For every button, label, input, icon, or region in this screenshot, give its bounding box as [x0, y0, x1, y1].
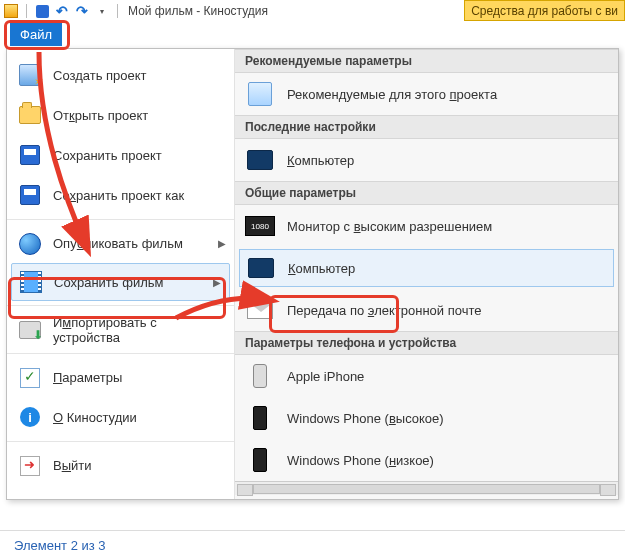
submenu-arrow-icon: ▶: [213, 277, 221, 288]
opt-label: Windows Phone (низкое): [287, 453, 434, 468]
windows-phone-icon: [245, 447, 275, 473]
divider: [26, 4, 27, 18]
menu-label: Сохранить проект как: [53, 188, 184, 203]
opt-hires-monitor[interactable]: 1080 Монитор с высоким разрешением: [235, 205, 618, 247]
opt-label: Рекомендуемые для этого проекта: [287, 87, 497, 102]
file-menu-panel: Создать проект Открыть проект Сохранить …: [6, 48, 619, 500]
menu-save-movie[interactable]: Сохранить фильм ▶: [11, 263, 230, 301]
file-menu-right: Рекомендуемые параметры Рекомендуемые дл…: [235, 49, 618, 499]
menu-save-project[interactable]: Сохранить проект: [7, 135, 234, 175]
info-icon: i: [17, 404, 43, 430]
title-bar: ↶ ↷ ▾ Мой фильм - Киностудия Средства дл…: [0, 0, 625, 22]
undo-icon[interactable]: ↶: [55, 4, 69, 18]
hires-icon: 1080: [245, 213, 275, 239]
status-text: Элемент 2 из 3: [14, 538, 106, 553]
globe-icon: [17, 231, 43, 257]
section-recent: Последние настройки: [235, 115, 618, 139]
menu-exit[interactable]: Выйти: [7, 441, 234, 485]
opt-recommended-project[interactable]: Рекомендуемые для этого проекта: [235, 73, 618, 115]
opt-label: Компьютер: [287, 153, 354, 168]
menu-label: Импортировать с устройства: [53, 315, 224, 345]
menu-open-project[interactable]: Открыть проект: [7, 95, 234, 135]
opt-label: Windows Phone (высокое): [287, 411, 444, 426]
menu-label: О Киностудии: [53, 410, 137, 425]
menu-label: Сохранить проект: [53, 148, 162, 163]
menu-new-project[interactable]: Создать проект: [7, 55, 234, 95]
section-common: Общие параметры: [235, 181, 618, 205]
menu-parameters[interactable]: Параметры: [7, 353, 234, 397]
divider: [117, 4, 118, 18]
menu-label: Опубликовать фильм: [53, 236, 183, 251]
opt-windows-phone-high[interactable]: Windows Phone (высокое): [235, 397, 618, 439]
opt-recent-computer[interactable]: Компьютер: [235, 139, 618, 181]
redo-icon[interactable]: ↷: [75, 4, 89, 18]
menu-label: Создать проект: [53, 68, 147, 83]
opt-iphone[interactable]: Apple iPhone: [235, 355, 618, 397]
save-as-icon: [17, 182, 43, 208]
menu-about[interactable]: i О Киностудии: [7, 397, 234, 437]
qat-dropdown-icon[interactable]: ▾: [95, 4, 109, 18]
new-project-icon: [17, 62, 43, 88]
quick-access-toolbar: ↶ ↷ ▾: [4, 4, 120, 18]
app-icon: [4, 4, 18, 18]
iphone-icon: [245, 363, 275, 389]
monitor-icon: [246, 255, 276, 281]
opt-windows-phone-low[interactable]: Windows Phone (низкое): [235, 439, 618, 481]
menu-save-project-as[interactable]: Сохранить проект как: [7, 175, 234, 215]
exit-icon: [17, 453, 43, 479]
open-folder-icon: [17, 102, 43, 128]
menu-label: Открыть проект: [53, 108, 148, 123]
section-phone-devices: Параметры телефона и устройства: [235, 331, 618, 355]
ribbon-contextual-tab[interactable]: Средства для работы с ви: [464, 0, 625, 21]
mail-icon: [245, 297, 275, 323]
menu-import-device[interactable]: Импортировать с устройства: [7, 305, 234, 349]
horizontal-scrollbar[interactable]: [235, 481, 618, 495]
opt-label: Монитор с высоким разрешением: [287, 219, 492, 234]
import-device-icon: [17, 317, 43, 343]
monitor-icon: [245, 147, 275, 173]
status-bar: Элемент 2 из 3: [0, 530, 625, 560]
file-menu-left: Создать проект Открыть проект Сохранить …: [7, 49, 235, 499]
recommended-icon: [245, 81, 275, 107]
opt-label: Компьютер: [288, 261, 355, 276]
section-recommended: Рекомендуемые параметры: [235, 49, 618, 73]
menu-label: Сохранить фильм: [54, 275, 163, 290]
options-icon: [17, 365, 43, 391]
qat-save-icon[interactable]: [35, 4, 49, 18]
opt-label: Apple iPhone: [287, 369, 364, 384]
file-tab[interactable]: Файл: [10, 22, 62, 46]
opt-email[interactable]: Передача по электронной почте: [235, 289, 618, 331]
windows-phone-icon: [245, 405, 275, 431]
opt-computer[interactable]: Компьютер: [239, 249, 614, 287]
film-icon: [18, 269, 44, 295]
submenu-arrow-icon: ▶: [218, 238, 226, 249]
menu-label: Параметры: [53, 370, 122, 385]
save-icon: [17, 142, 43, 168]
menu-publish-movie[interactable]: Опубликовать фильм ▶: [7, 219, 234, 263]
window-title: Мой фильм - Киностудия: [128, 4, 268, 18]
menu-label: Выйти: [53, 458, 92, 473]
opt-label: Передача по электронной почте: [287, 303, 481, 318]
